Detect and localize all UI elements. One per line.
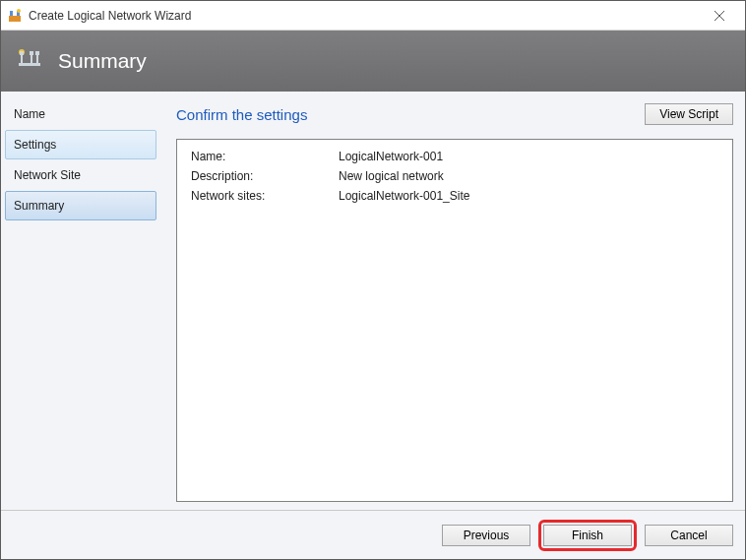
banner-title: Summary xyxy=(58,49,147,73)
close-button[interactable] xyxy=(700,1,739,30)
wizard-banner: Summary xyxy=(1,31,745,92)
wizard-steps-sidebar: Name Settings Network Site Summary xyxy=(1,92,160,510)
step-name[interactable]: Name xyxy=(5,99,156,129)
summary-value: LogicalNetwork-001_Site xyxy=(339,189,469,203)
summary-row-description: Description: New logical network xyxy=(191,169,718,183)
view-script-button[interactable]: View Script xyxy=(645,103,733,125)
svg-rect-7 xyxy=(21,55,23,63)
svg-rect-9 xyxy=(36,55,38,63)
svg-rect-1 xyxy=(10,11,13,16)
close-icon xyxy=(715,11,724,21)
summary-label: Network sites: xyxy=(191,189,339,203)
summary-box: Name: LogicalNetwork-001 Description: Ne… xyxy=(176,139,733,502)
summary-label: Name: xyxy=(191,150,339,163)
svg-rect-11 xyxy=(20,51,24,55)
wizard-footer: Previous Finish Cancel xyxy=(1,510,745,559)
summary-value: LogicalNetwork-001 xyxy=(339,150,443,163)
cancel-button[interactable]: Cancel xyxy=(645,525,733,546)
titlebar: Create Logical Network Wizard xyxy=(1,1,745,31)
previous-button[interactable]: Previous xyxy=(442,525,530,546)
wizard-icon xyxy=(7,8,23,24)
step-summary[interactable]: Summary xyxy=(5,191,156,220)
step-settings[interactable]: Settings xyxy=(5,130,156,159)
network-icon xyxy=(15,46,44,76)
svg-rect-13 xyxy=(35,51,39,55)
svg-rect-0 xyxy=(9,16,21,22)
svg-point-3 xyxy=(17,9,21,13)
svg-rect-12 xyxy=(30,51,33,55)
svg-rect-10 xyxy=(19,63,40,66)
summary-row-name: Name: LogicalNetwork-001 xyxy=(191,150,718,163)
finish-highlight: Finish xyxy=(538,520,637,551)
summary-label: Description: xyxy=(191,169,339,183)
wizard-main: Confirm the settings View Script Name: L… xyxy=(160,92,745,510)
summary-row-network-sites: Network sites: LogicalNetwork-001_Site xyxy=(191,189,718,203)
summary-value: New logical network xyxy=(339,169,444,183)
step-network-site[interactable]: Network Site xyxy=(5,160,156,190)
window-title: Create Logical Network Wizard xyxy=(29,9,191,23)
svg-rect-8 xyxy=(31,55,32,63)
wizard-body: Name Settings Network Site Summary Confi… xyxy=(1,92,745,510)
finish-button[interactable]: Finish xyxy=(543,525,632,546)
page-heading: Confirm the settings xyxy=(176,106,307,123)
